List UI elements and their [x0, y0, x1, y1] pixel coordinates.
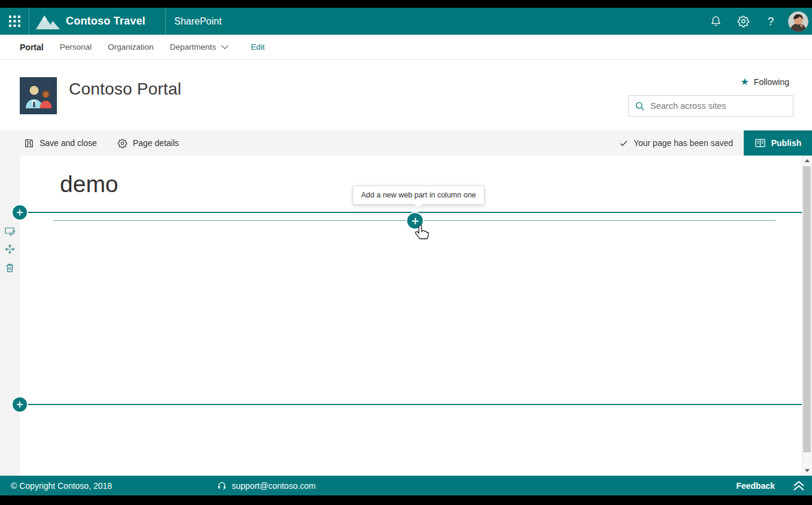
settings-button[interactable] [733, 11, 753, 32]
support-link[interactable]: support@contoso.com [217, 476, 316, 495]
nav-item-departments[interactable]: Departments [170, 42, 229, 51]
command-bar-left: Save and close Page details [24, 130, 179, 156]
plus-icon [16, 401, 23, 408]
trash-icon [4, 261, 16, 274]
move-section-button[interactable] [4, 243, 16, 255]
bell-icon [710, 15, 722, 28]
edit-icon [4, 224, 16, 237]
command-bar: Save and close Page details Your page ha… [0, 130, 812, 156]
nav-item-personal[interactable]: Personal [60, 42, 92, 51]
page-details-button[interactable]: Page details [117, 138, 179, 148]
suite-divider [29, 8, 29, 35]
add-section-button[interactable] [13, 397, 27, 412]
command-bar-right: Your page has been saved Publish [619, 130, 812, 156]
chevron-down-icon [221, 45, 229, 50]
checkmark-icon [619, 139, 628, 148]
edit-section-button[interactable] [4, 224, 16, 237]
vertical-scrollbar[interactable] [802, 156, 811, 476]
search-box [628, 95, 793, 117]
following-button[interactable]: ★ Following [741, 77, 789, 87]
headset-icon [217, 480, 227, 491]
move-icon [4, 243, 16, 255]
sharepoint-page-editor: Contoso Travel SharePoint ? [0, 0, 812, 505]
nav-item-label: Departments [170, 42, 216, 51]
app-launcher-button[interactable] [0, 8, 29, 35]
sharepoint-link[interactable]: SharePoint [174, 8, 222, 35]
search-input[interactable] [650, 101, 787, 111]
copyright-text: © Copyright Contoso, 2018 [11, 476, 112, 495]
publish-book-icon [755, 138, 766, 148]
double-chevron-up-icon [792, 480, 806, 491]
brand-link[interactable]: Contoso Travel [36, 8, 146, 35]
feedback-link[interactable]: Feedback [736, 476, 775, 495]
page-title-field[interactable]: demo [60, 171, 119, 197]
site-nav: Portal Personal Organization Departments… [0, 35, 812, 60]
search-icon [635, 101, 645, 111]
save-status: Your page has been saved [619, 138, 733, 148]
add-webpart-button[interactable] [407, 213, 423, 229]
waffle-icon [9, 16, 20, 27]
letterbox-bottom [0, 495, 812, 505]
nav-item-organization[interactable]: Organization [108, 42, 154, 51]
save-and-close-label: Save and close [40, 138, 97, 148]
suite-actions: ? [705, 8, 808, 35]
section-border [20, 212, 802, 213]
plus-icon [411, 217, 419, 225]
save-and-close-button[interactable]: Save and close [24, 138, 97, 148]
question-mark-icon: ? [768, 15, 774, 28]
add-section-button[interactable] [13, 205, 27, 220]
help-button[interactable]: ? [761, 11, 781, 32]
following-label: Following [754, 77, 789, 87]
delete-section-button[interactable] [4, 261, 16, 274]
scroll-down-button[interactable] [802, 466, 812, 476]
publish-label: Publish [771, 138, 802, 148]
site-logo[interactable] [20, 77, 57, 114]
site-header: Contoso Portal ★ Following [0, 60, 812, 130]
page-canvas: demo Add a new web part in column one [0, 156, 812, 476]
suite-bar: Contoso Travel SharePoint ? [0, 8, 812, 35]
letterbox-top [0, 0, 812, 8]
support-email: support@contoso.com [232, 481, 316, 491]
plus-icon [16, 209, 23, 216]
notifications-button[interactable] [705, 11, 726, 32]
triangle-down-icon [805, 469, 810, 472]
site-logo-image [20, 77, 57, 114]
avatar-photo [788, 11, 808, 32]
mountains-logo-icon [36, 14, 60, 29]
site-title[interactable]: Contoso Portal [69, 80, 181, 99]
user-avatar[interactable] [788, 11, 808, 32]
save-icon [24, 138, 34, 148]
star-icon: ★ [741, 77, 749, 87]
suite-divider [165, 8, 166, 35]
page-details-label: Page details [133, 138, 179, 148]
publish-button[interactable]: Publish [744, 130, 812, 156]
brand-name: Contoso Travel [66, 15, 146, 28]
section-border [20, 404, 802, 405]
triangle-up-icon [805, 159, 810, 162]
save-status-text: Your page has been saved [634, 138, 733, 148]
site-footer: © Copyright Contoso, 2018 support@contos… [0, 476, 812, 495]
collapse-footer-button[interactable] [792, 476, 806, 495]
gear-icon [737, 15, 750, 28]
nav-item-portal[interactable]: Portal [20, 42, 44, 52]
webpart-tooltip: Add a new web part in column one [353, 185, 484, 205]
scroll-up-button[interactable] [802, 156, 812, 166]
gear-icon [117, 138, 128, 148]
scrollbar-thumb[interactable] [803, 166, 811, 452]
nav-edit-button[interactable]: Edit [251, 42, 265, 51]
